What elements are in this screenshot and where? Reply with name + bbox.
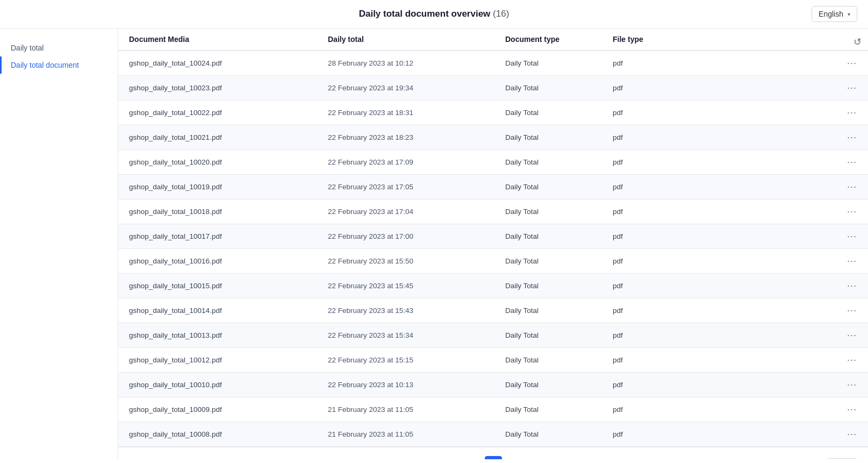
table-row: gshop_daily_total_10017.pdf 22 February … <box>118 224 868 249</box>
cell-media-6: gshop_daily_total_10018.pdf <box>118 208 317 216</box>
cell-actions-14: ··· <box>836 403 868 416</box>
cell-doctype-0: Daily Total <box>494 59 602 67</box>
cell-daily-14: 21 February 2023 at 11:05 <box>317 405 494 414</box>
cell-doctype-8: Daily Total <box>494 257 602 265</box>
cell-daily-9: 22 February 2023 at 15:45 <box>317 282 494 290</box>
cell-actions-9: ··· <box>836 279 868 293</box>
table-header: Document Media Daily total Document type… <box>118 29 868 51</box>
cell-doctype-5: Daily Total <box>494 183 602 191</box>
table-row: gshop_daily_total_10009.pdf 21 February … <box>118 397 868 422</box>
cell-daily-7: 22 February 2023 at 17:00 <box>317 232 494 240</box>
cell-doctype-2: Daily Total <box>494 109 602 117</box>
column-header-doctype: Document type <box>494 35 602 44</box>
cell-filetype-4: pdf <box>602 158 836 166</box>
row-actions-button-8[interactable]: ··· <box>844 254 860 268</box>
cell-daily-11: 22 February 2023 at 15:34 <box>317 331 494 339</box>
cell-filetype-12: pdf <box>602 356 836 364</box>
main-content: Document Media Daily total Document type… <box>118 29 868 459</box>
cell-filetype-3: pdf <box>602 133 836 141</box>
cell-media-8: gshop_daily_total_10016.pdf <box>118 257 317 265</box>
cell-media-5: gshop_daily_total_10019.pdf <box>118 183 317 191</box>
column-header-filetype: File type <box>602 35 836 44</box>
cell-actions-4: ··· <box>836 155 868 169</box>
page-title-text: Daily total document overview <box>359 9 491 19</box>
row-actions-button-12[interactable]: ··· <box>844 353 860 367</box>
next-page-button[interactable]: › <box>506 456 523 459</box>
row-actions-button-3[interactable]: ··· <box>844 131 860 144</box>
cell-media-12: gshop_daily_total_10012.pdf <box>118 356 317 364</box>
cell-media-9: gshop_daily_total_10015.pdf <box>118 282 317 290</box>
page-count: (16) <box>493 9 509 19</box>
row-actions-button-15[interactable]: ··· <box>844 428 860 441</box>
cell-filetype-6: pdf <box>602 208 836 216</box>
table-body: gshop_daily_total_10024.pdf 28 February … <box>118 51 868 447</box>
cell-doctype-1: Daily Total <box>494 84 602 92</box>
cell-actions-6: ··· <box>836 205 868 218</box>
row-actions-button-13[interactable]: ··· <box>844 378 860 391</box>
row-actions-button-5[interactable]: ··· <box>844 180 860 194</box>
refresh-icon[interactable]: ↺ <box>853 36 862 48</box>
row-actions-button-9[interactable]: ··· <box>844 279 860 293</box>
cell-filetype-9: pdf <box>602 282 836 290</box>
cell-filetype-10: pdf <box>602 307 836 315</box>
sidebar-item-daily-total-document[interactable]: Daily total document <box>0 56 118 74</box>
language-label: English <box>819 10 843 18</box>
cell-filetype-7: pdf <box>602 232 836 240</box>
cell-daily-15: 21 February 2023 at 11:05 <box>317 430 494 438</box>
cell-doctype-13: Daily Total <box>494 381 602 389</box>
page-button-1[interactable]: 1 <box>485 456 502 459</box>
cell-filetype-0: pdf <box>602 59 836 67</box>
column-header-actions: ↺ <box>836 35 868 44</box>
cell-daily-0: 28 February 2023 at 10:12 <box>317 59 494 67</box>
pagination: ‹ 1 › Items per page: 25 50 100 <box>118 447 868 459</box>
cell-doctype-10: Daily Total <box>494 307 602 315</box>
cell-doctype-11: Daily Total <box>494 331 602 339</box>
chevron-down-icon: ▾ <box>848 11 850 17</box>
table-row: gshop_daily_total_10018.pdf 22 February … <box>118 200 868 224</box>
cell-actions-10: ··· <box>836 304 868 317</box>
table-row: gshop_daily_total_10023.pdf 22 February … <box>118 76 868 101</box>
row-actions-button-0[interactable]: ··· <box>844 56 860 70</box>
table-row: gshop_daily_total_10013.pdf 22 February … <box>118 323 868 348</box>
items-per-page-select[interactable]: 25 50 100 <box>827 458 857 460</box>
cell-doctype-6: Daily Total <box>494 208 602 216</box>
row-actions-button-2[interactable]: ··· <box>844 106 860 119</box>
language-dropdown[interactable]: English ▾ <box>812 6 857 22</box>
sidebar: Daily total Daily total document <box>0 29 118 459</box>
row-actions-button-11[interactable]: ··· <box>844 329 860 342</box>
row-actions-button-14[interactable]: ··· <box>844 403 860 416</box>
cell-daily-1: 22 February 2023 at 19:34 <box>317 84 494 92</box>
sidebar-item-daily-total[interactable]: Daily total <box>0 39 118 56</box>
cell-media-4: gshop_daily_total_10020.pdf <box>118 158 317 166</box>
row-actions-button-10[interactable]: ··· <box>844 304 860 317</box>
cell-doctype-15: Daily Total <box>494 430 602 438</box>
cell-doctype-9: Daily Total <box>494 282 602 290</box>
table-row: gshop_daily_total_10022.pdf 22 February … <box>118 101 868 125</box>
cell-media-13: gshop_daily_total_10010.pdf <box>118 381 317 389</box>
cell-media-15: gshop_daily_total_10008.pdf <box>118 430 317 438</box>
cell-filetype-2: pdf <box>602 109 836 117</box>
row-actions-button-4[interactable]: ··· <box>844 155 860 169</box>
cell-filetype-14: pdf <box>602 405 836 414</box>
cell-daily-6: 22 February 2023 at 17:04 <box>317 208 494 216</box>
table-row: gshop_daily_total_10012.pdf 22 February … <box>118 348 868 373</box>
cell-actions-15: ··· <box>836 428 868 441</box>
cell-actions-11: ··· <box>836 329 868 342</box>
prev-page-button[interactable]: ‹ <box>463 456 480 459</box>
cell-media-2: gshop_daily_total_10022.pdf <box>118 109 317 117</box>
table-row: gshop_daily_total_10024.pdf 28 February … <box>118 51 868 76</box>
cell-doctype-4: Daily Total <box>494 158 602 166</box>
table-row: gshop_daily_total_10021.pdf 22 February … <box>118 125 868 150</box>
row-actions-button-6[interactable]: ··· <box>844 205 860 218</box>
cell-media-3: gshop_daily_total_10021.pdf <box>118 133 317 141</box>
cell-filetype-5: pdf <box>602 183 836 191</box>
cell-actions-3: ··· <box>836 131 868 144</box>
cell-daily-13: 22 February 2023 at 10:13 <box>317 381 494 389</box>
cell-doctype-3: Daily Total <box>494 133 602 141</box>
row-actions-button-1[interactable]: ··· <box>844 81 860 95</box>
documents-table: Document Media Daily total Document type… <box>118 29 868 447</box>
cell-actions-8: ··· <box>836 254 868 268</box>
page-header: Daily total document overview (16) Engli… <box>0 0 868 29</box>
row-actions-button-7[interactable]: ··· <box>844 230 860 243</box>
page-layout: Daily total Daily total document Documen… <box>0 29 868 459</box>
